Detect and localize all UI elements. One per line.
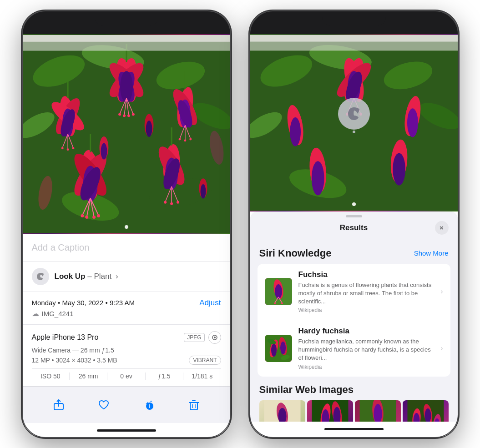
hardy-text: Hardy fuchsia Fuchsia magellanica, commo… [298,327,435,370]
svg-rect-129 [250,35,458,41]
favorite-button[interactable] [94,395,114,415]
right-photo-display [250,34,458,211]
date-row: Monday • May 30, 2022 • 9:23 AM Adjust [32,298,221,307]
camera-row: Wide Camera — 26 mm ƒ1.5 [32,347,221,354]
svg-text:i: i [149,403,150,409]
left-screen: Add a Caption Look Up – Plant › Monday •… [23,11,230,437]
web-image-4[interactable] [403,400,449,422]
exif-mm: 26 mm [70,372,107,380]
web-images-section: Similar Web Images [258,377,450,422]
results-handle [250,211,458,219]
svg-point-141 [280,342,286,354]
info-button[interactable]: i [139,395,159,415]
fuchsia-text: Fuchsia Fuchsia is a genus of flowering … [298,270,435,314]
svg-point-65 [170,202,173,205]
toolbar: i [23,387,230,423]
adjust-button[interactable]: Adjust [199,298,221,307]
leaf-siri-icon [346,106,362,122]
siri-knowledge-header: Siri Knowledge Show More [258,240,450,264]
home-bar [97,429,156,432]
home-indicator [23,423,230,437]
device-name: Apple iPhone 13 Pro [32,333,99,342]
vibrant-badge: VIBRANT [189,356,221,365]
svg-point-55 [92,215,96,218]
close-button[interactable]: × [435,221,449,235]
results-title: Results [273,223,435,232]
share-button[interactable] [49,395,69,415]
svg-point-132 [275,284,282,299]
lookup-row[interactable]: Look Up – Plant › [23,262,230,292]
svg-point-19 [118,113,121,116]
lookup-icon-circle [32,268,49,285]
web-image-1[interactable] [259,400,305,422]
info-section: Monday • May 30, 2022 • 9:23 AM Adjust ☁… [23,292,230,325]
svg-point-83 [214,337,216,338]
fuchsia-source: Wikipedia [298,307,435,313]
svg-point-72 [200,184,206,199]
siri-bubble [338,98,370,130]
web-image-2[interactable] [307,400,353,422]
svg-point-135 [274,302,276,304]
jpeg-badge: JPEG [184,333,204,342]
svg-point-121 [290,117,301,146]
results-panel: Results × Siri Knowledge Show More [250,211,458,437]
exif-aperture: ƒ1.5 [146,372,183,380]
svg-point-123 [407,108,418,137]
photo-display [23,34,230,234]
show-more-button[interactable]: Show More [414,249,449,257]
svg-point-22 [131,113,134,116]
siri-knowledge-title: Siri Knowledge [259,247,332,259]
exif-row: ISO 50 26 mm 0 ev ƒ1.5 1/181 s [32,368,221,380]
cloud-icon: ☁ [32,309,39,318]
knowledge-item-fuchsia[interactable]: Fuchsia Fuchsia is a genus of flowering … [258,264,450,321]
web-images-title: Similar Web Images [259,384,449,396]
notch [95,11,158,26]
format-badges: JPEG [184,331,221,344]
svg-point-70 [101,143,107,159]
svg-point-32 [66,148,69,151]
svg-point-125 [311,161,324,195]
delete-button[interactable] [184,395,204,415]
filename-row: ☁ IMG_4241 [32,309,221,318]
svg-point-53 [81,214,84,217]
device-section: Apple iPhone 13 Pro JPEG Wide Camera — 2… [23,325,230,387]
siri-connector-dot [353,131,355,133]
fuchsia-thumbnail [265,278,292,305]
svg-point-127 [393,153,405,185]
svg-point-136 [281,302,283,304]
svg-point-33 [72,147,74,149]
exif-ev: 0 ev [107,372,145,380]
date-text: Monday • May 30, 2022 • 9:23 AM [32,299,135,307]
right-status-bar [250,11,458,34]
svg-point-41 [178,138,181,140]
device-header: Apple iPhone 13 Pro JPEG [32,331,221,344]
fuchsia-name: Fuchsia [298,270,435,279]
left-phone: Add a Caption Look Up – Plant › Monday •… [22,10,231,438]
close-icon: × [440,224,444,232]
filename: IMG_4241 [42,310,74,317]
svg-point-54 [85,215,88,218]
page-indicator [125,225,128,229]
svg-rect-99 [190,403,197,410]
results-content[interactable]: Siri Knowledge Show More [250,240,458,422]
svg-point-64 [164,201,167,203]
hardy-chevron-icon: › [440,344,443,352]
knowledge-card: Fuchsia Fuchsia is a genus of flowering … [258,264,450,377]
exif-iso: ISO 50 [32,372,70,380]
svg-point-139 [271,344,277,357]
heart-icon [98,399,110,411]
hardy-description: Fuchsia magellanica, commonly known as t… [298,337,435,362]
svg-point-56 [97,214,100,217]
right-page-indicator [352,202,356,206]
web-images-grid [259,400,449,422]
right-home-bar [324,428,384,430]
svg-point-42 [184,139,186,141]
caption-area[interactable]: Add a Caption [23,234,230,262]
web-image-3[interactable] [355,400,401,422]
knowledge-item-hardy[interactable]: Hardy fuchsia Fuchsia magellanica, commo… [258,320,450,377]
svg-point-66 [177,201,179,203]
right-phone: Results × Siri Knowledge Show More [249,10,459,438]
right-home-indicator [250,422,458,437]
hardy-name: Hardy fuchsia [298,327,435,336]
caption-placeholder: Add a Caption [32,242,90,252]
